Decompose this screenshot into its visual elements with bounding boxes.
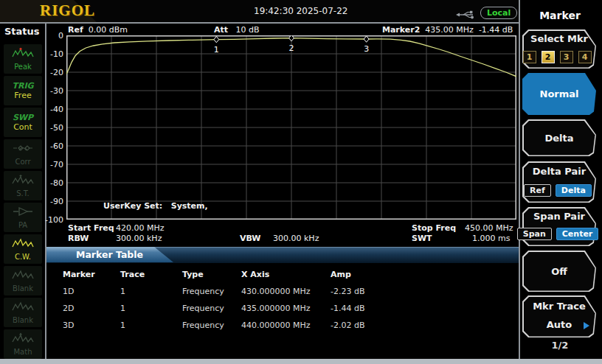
option-span[interactable]: Span	[517, 228, 552, 240]
delta-pair-label: Delta Pair	[533, 166, 586, 177]
swt-label: SWT	[412, 234, 432, 243]
table-cell: -1.44 dB	[331, 304, 365, 313]
table-cell: 2D	[63, 304, 74, 313]
table-cell: -2.23 dB	[331, 287, 365, 296]
delta-pair-options: RefDelta	[522, 184, 593, 197]
wave-icon	[12, 301, 34, 315]
table-cell: 1	[120, 321, 125, 330]
local-mode-badge: Local	[480, 7, 517, 19]
table-cell: 440.000000 MHz	[241, 321, 311, 330]
normal-button-label: Normal	[540, 88, 579, 99]
table-cell: Frequency	[182, 304, 224, 313]
marker-readout-label: Marker2	[382, 25, 420, 35]
span-pair-options: SpanCenter	[522, 228, 593, 240]
bottom-bezel-strip	[0, 359, 602, 364]
table-column-header: Trace	[120, 270, 145, 279]
marker-number-1: 1	[214, 45, 219, 55]
select-mkr-label: Select Mkr	[530, 33, 588, 44]
span-pair-button[interactable]: Span Pair SpanCenter	[522, 207, 596, 246]
y-tick-label: -60	[30, 141, 63, 151]
status-item-label: Blank	[13, 284, 33, 293]
status-item-cw-6: C.W.	[4, 234, 42, 264]
table-cell: 435.000000 MHz	[241, 304, 311, 313]
top-bar: RIGOL 19:42:30 2025-07-22 Local	[0, 0, 520, 24]
delta-button-label: Delta	[544, 133, 573, 144]
wave-icon	[12, 269, 34, 284]
active-marker-readout: Marker2 435.00 MHz -1.44 dB	[382, 25, 513, 35]
plot-svg: 123	[66, 35, 516, 220]
table-cell: 1	[120, 287, 125, 296]
table-cell: -2.02 dB	[331, 321, 365, 330]
marker-select-box-4[interactable]: 4	[578, 51, 592, 63]
select-mkr-button[interactable]: Select Mkr 1234	[522, 29, 596, 69]
y-tick-label: -80	[30, 178, 63, 188]
mkr-trace-button[interactable]: Mkr Trace Auto	[522, 295, 596, 337]
start-freq-label: Start Freq	[68, 223, 114, 233]
start-freq-value: 420.00 MHz	[116, 223, 165, 233]
status-top-text: SWP	[13, 113, 33, 122]
status-item-label: PA	[18, 221, 27, 229]
spectrum-analyzer-screen: RIGOL 19:42:30 2025-07-22 Local Status P…	[0, 0, 602, 364]
page-indicator: 1/2	[520, 340, 600, 351]
wave-icon	[12, 237, 34, 252]
table-cell: Frequency	[182, 287, 224, 296]
option-center[interactable]: Center	[556, 228, 599, 240]
y-tick-label: -100	[30, 215, 63, 225]
delta-button[interactable]: Delta	[522, 119, 596, 156]
rbw-value: 300.00 kHz	[116, 234, 162, 243]
stop-freq-label: Stop Freq	[412, 223, 456, 233]
marker-table-title: Marker Table	[76, 249, 143, 260]
rbw-label: RBW	[68, 234, 89, 243]
table-column-header: X Axis	[241, 270, 269, 279]
brand-logo: RIGOL	[40, 1, 95, 20]
status-item-label: C.W.	[15, 253, 31, 261]
table-column-header: Type	[182, 270, 204, 279]
stop-freq-value: 450.00 MHz	[465, 223, 513, 233]
vbw-label: VBW	[240, 234, 260, 243]
status-item-label: Corr	[15, 158, 30, 166]
delta-pair-button[interactable]: Delta Pair RefDelta	[522, 161, 596, 203]
option-delta[interactable]: Delta	[556, 184, 592, 197]
marker-readout-amp: -1.44 dB	[479, 25, 513, 35]
ref-level-readout: Ref 0.00 dBm	[68, 25, 128, 35]
off-button[interactable]: Off	[522, 251, 596, 292]
marker-diamond-3	[364, 36, 369, 42]
vbw-value: 300.00 kHz	[273, 234, 319, 243]
status-item-blank-8: Blank	[4, 298, 42, 327]
mkr-trace-label: Mkr Trace	[533, 301, 586, 312]
userkey-status-text: UserKey Set: System,	[103, 201, 208, 211]
status-item-label: Blank	[13, 316, 33, 324]
status-item-label: S.T.	[16, 189, 30, 197]
option-ref[interactable]: Ref	[524, 184, 551, 197]
marker-select-box-2[interactable]: 2	[542, 51, 555, 63]
y-tick-label: -30	[30, 86, 63, 96]
y-tick-label: 0	[30, 31, 63, 41]
att-value: 10 dB	[236, 25, 260, 35]
status-item-label: Math	[13, 348, 32, 356]
marker-readout-freq: 435.00 MHz	[425, 25, 474, 35]
off-button-label: Off	[551, 266, 567, 277]
attenuation-readout: Att 10 dB	[214, 25, 260, 35]
table-column-header: Marker	[63, 270, 95, 279]
panel-divider	[519, 0, 520, 359]
menu-title: Marker	[520, 10, 600, 21]
status-item-blank-7: Blank	[4, 266, 42, 295]
usb-icon	[455, 10, 476, 20]
y-tick-label: -10	[30, 49, 63, 59]
marker-select-box-3[interactable]: 3	[560, 51, 573, 63]
table-cell: 1	[120, 304, 125, 313]
ref-label: Ref	[68, 25, 83, 35]
wave-math-icon	[12, 332, 34, 347]
table-cell: 3D	[63, 321, 74, 330]
table-column-header: Amp	[331, 270, 351, 279]
normal-button[interactable]: Normal	[522, 73, 596, 115]
span-pair-label: Span Pair	[533, 211, 585, 222]
y-tick-label: -20	[30, 68, 63, 77]
table-cell: 1D	[63, 287, 74, 296]
y-tick-label: -90	[30, 197, 63, 206]
marker-diamond-1	[214, 36, 219, 42]
y-tick-label: -50	[30, 123, 63, 133]
marker-select-box-1[interactable]: 1	[523, 51, 536, 63]
ref-value: 0.00 dBm	[89, 25, 128, 35]
marker-number-3: 3	[364, 44, 369, 54]
